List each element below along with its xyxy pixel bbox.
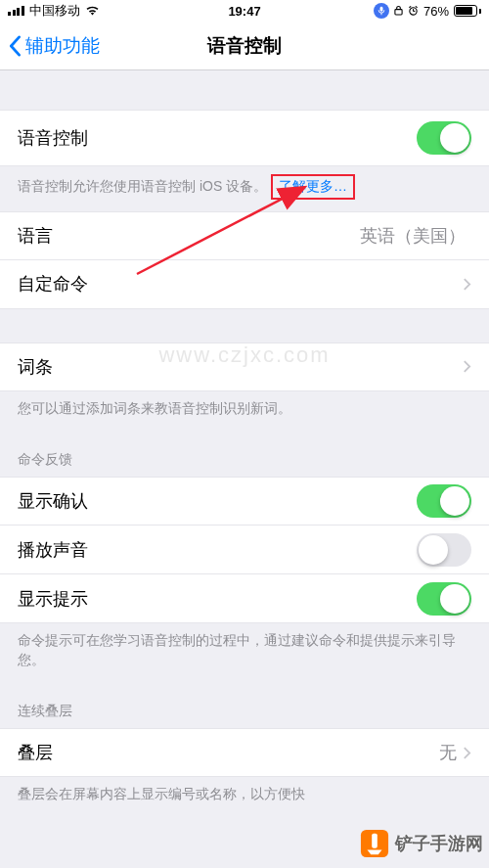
voice-control-cell: 语音控制 [0,110,489,166]
voice-control-label: 语音控制 [18,126,417,150]
language-value: 英语（美国） [360,224,466,248]
watermark-brand: 铲子手游网 [360,829,483,858]
play-sound-switch[interactable] [417,533,471,567]
custom-commands-cell[interactable]: 自定命令 [0,260,489,309]
alarm-icon [408,4,419,19]
rotation-lock-icon [394,4,403,19]
overlay-value: 无 [439,741,457,764]
overlay-header: 连续叠层 [0,681,489,728]
svg-rect-0 [380,7,383,12]
brand-logo-icon [360,829,389,858]
svg-rect-10 [372,834,378,848]
voice-control-footer: 语音控制允许您使用语音控制 iOS 设备。 了解更多… [0,166,489,211]
custom-commands-label: 自定命令 [18,272,463,296]
vocabulary-cell[interactable]: 词条 [0,343,489,391]
show-confirmation-switch[interactable] [417,484,471,518]
wifi-icon [85,4,100,19]
vocabulary-footer: 您可以通过添加词条来教语音控制识别新词。 [0,391,489,431]
status-bar: 中国移动 19:47 76% [0,0,489,22]
overlay-footer: 叠层会在屏幕内容上显示编号或名称，以方便快 [0,777,489,804]
show-confirmation-cell: 显示确认 [0,477,489,525]
overlay-label: 叠层 [18,741,439,764]
feedback-header: 命令反馈 [0,430,489,477]
play-sound-cell: 播放声音 [0,525,489,574]
battery-icon [454,5,481,17]
signal-icon [8,6,24,16]
overlay-cell[interactable]: 叠层 无 [0,728,489,777]
chevron-left-icon [8,35,22,57]
play-sound-label: 播放声音 [18,538,417,562]
language-cell[interactable]: 语言 英语（美国） [0,211,489,260]
chevron-right-icon [463,359,471,374]
voice-control-switch[interactable] [417,121,471,155]
chevron-right-icon [463,746,471,760]
svg-line-7 [416,6,418,7]
learn-more-highlight: 了解更多… [271,174,355,200]
page-title: 语音控制 [207,33,282,59]
show-hints-label: 显示提示 [18,587,417,611]
show-hints-switch[interactable] [417,582,471,616]
back-label: 辅助功能 [25,33,100,59]
vocabulary-label: 词条 [18,355,463,379]
status-time: 19:47 [228,4,260,19]
nav-bar: 辅助功能 语音控制 [0,22,489,70]
voice-control-status-icon [374,3,389,19]
carrier-label: 中国移动 [29,2,80,20]
svg-rect-2 [395,9,402,14]
language-label: 语言 [18,224,360,248]
feedback-footer: 命令提示可在您学习语音控制的过程中，通过建议命令和提供提示来引导您。 [0,623,489,681]
learn-more-link[interactable]: 了解更多… [279,178,347,194]
back-button[interactable]: 辅助功能 [0,33,100,59]
show-hints-cell: 显示提示 [0,574,489,623]
svg-line-6 [409,6,411,7]
battery-percent: 76% [423,4,449,19]
chevron-right-icon [463,277,471,292]
show-confirmation-label: 显示确认 [18,489,417,513]
